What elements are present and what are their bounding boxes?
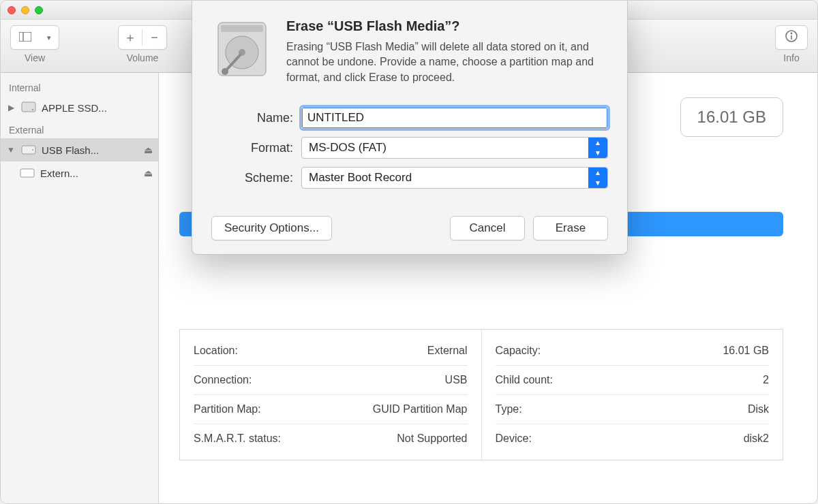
eject-icon[interactable]: ⏏ <box>144 144 153 155</box>
sidebar-icon <box>19 31 31 45</box>
detail-row-smart: S.M.A.R.T. status: Not Supported <box>194 424 468 453</box>
dialog-description: Erasing “USB Flash Media” will delete al… <box>286 40 608 85</box>
capacity-badge: 16.01 GB <box>680 97 783 137</box>
info-icon <box>785 29 798 46</box>
detail-key: Type: <box>496 403 522 415</box>
detail-value: GUID Partition Map <box>373 403 468 415</box>
disk-utility-window: Disk Utility ▾ View ＋ − Volume <box>0 0 818 504</box>
detail-key: Device: <box>496 432 532 445</box>
close-window-button[interactable] <box>7 6 16 14</box>
detail-key: Partition Map: <box>194 403 261 415</box>
security-options-button[interactable]: Security Options... <box>211 216 332 240</box>
detail-row-child-count: Child count: 2 <box>496 366 770 395</box>
svg-point-17 <box>222 68 228 75</box>
detail-value: External <box>427 345 468 357</box>
sidebar-item-label: APPLE SSD... <box>42 102 153 114</box>
format-select[interactable]: MS-DOS (FAT) ▲▼ <box>301 137 608 159</box>
detail-value: 16.01 GB <box>723 345 769 357</box>
detail-row-partition-map: Partition Map: GUID Partition Map <box>194 395 468 424</box>
plus-icon: ＋ <box>124 29 136 46</box>
hard-drive-icon <box>211 18 273 85</box>
svg-rect-0 <box>19 32 31 42</box>
name-label: Name: <box>211 111 293 125</box>
detail-row-connection: Connection: USB <box>194 366 468 395</box>
detail-key: Location: <box>194 345 238 357</box>
svg-point-6 <box>791 33 791 33</box>
sidebar-item-external-volume[interactable]: Extern... ⏏ <box>1 161 158 185</box>
view-button[interactable]: ▾ <box>10 25 59 50</box>
scheme-label: Scheme: <box>211 171 293 185</box>
info-label: Info <box>783 52 799 63</box>
eject-icon[interactable]: ⏏ <box>144 168 153 178</box>
svg-point-9 <box>32 109 33 110</box>
scheme-value: Master Boot Record <box>309 171 412 185</box>
info-button[interactable] <box>775 25 808 50</box>
view-label: View <box>25 52 45 63</box>
external-drive-icon <box>21 144 36 156</box>
volume-label: Volume <box>127 52 159 63</box>
format-label: Format: <box>211 141 293 155</box>
erase-button[interactable]: Erase <box>533 216 608 240</box>
detail-value: disk2 <box>744 432 769 445</box>
zoom-window-button[interactable] <box>35 6 43 14</box>
detail-value: 2 <box>763 374 769 386</box>
dialog-title: Erase “USB Flash Media”? <box>286 18 608 34</box>
svg-rect-8 <box>22 102 35 112</box>
sidebar-item-label: Extern... <box>40 168 138 179</box>
detail-row-capacity: Capacity: 16.01 GB <box>496 336 770 366</box>
format-value: MS-DOS (FAT) <box>309 141 387 155</box>
cancel-button[interactable]: Cancel <box>450 216 525 240</box>
scheme-stepper-icon: ▲▼ <box>588 168 607 188</box>
window-controls <box>7 6 43 14</box>
minus-icon: − <box>151 31 158 45</box>
format-stepper-icon: ▲▼ <box>588 138 607 158</box>
sidebar-item-internal-ssd[interactable]: ▶ APPLE SSD... <box>1 96 158 119</box>
detail-key: S.M.A.R.T. status: <box>194 432 281 445</box>
volume-segmented: ＋ − <box>118 25 167 50</box>
svg-rect-16 <box>221 25 263 32</box>
sidebar-internal-header: Internal <box>1 77 158 96</box>
detail-row-device: Device: disk2 <box>496 424 770 453</box>
internal-drive-icon <box>21 101 36 114</box>
detail-value: Not Supported <box>397 432 467 445</box>
scheme-select[interactable]: Master Boot Record ▲▼ <box>301 167 608 189</box>
disclosure-triangle-icon[interactable]: ▼ <box>6 145 16 155</box>
remove-volume-button[interactable]: − <box>142 31 166 45</box>
add-volume-button[interactable]: ＋ <box>119 29 142 46</box>
detail-key: Connection: <box>194 374 252 386</box>
detail-row-location: Location: External <box>194 336 468 366</box>
detail-key: Child count: <box>496 374 554 386</box>
erase-dialog: Erase “USB Flash Media”? Erasing “USB Fl… <box>192 1 628 255</box>
name-input[interactable] <box>301 107 608 129</box>
detail-key: Capacity: <box>496 345 541 357</box>
sidebar-item-label: USB Flash... <box>42 144 138 156</box>
detail-value: USB <box>445 374 468 386</box>
volume-icon <box>20 167 35 179</box>
chevron-down-icon: ▾ <box>47 33 51 42</box>
details-panel: Location: External Connection: USB Parti… <box>179 329 783 460</box>
sidebar: Internal ▶ APPLE SSD... External ▼ USB F… <box>1 73 159 503</box>
detail-row-type: Type: Disk <box>496 395 770 424</box>
disclosure-triangle-icon[interactable]: ▶ <box>6 103 16 112</box>
svg-point-11 <box>32 149 33 151</box>
sidebar-item-usb-flash[interactable]: ▼ USB Flash... ⏏ <box>1 138 158 161</box>
minimize-window-button[interactable] <box>21 6 29 14</box>
sidebar-external-header: External <box>1 119 158 138</box>
detail-value: Disk <box>748 403 769 415</box>
svg-rect-12 <box>20 169 34 177</box>
